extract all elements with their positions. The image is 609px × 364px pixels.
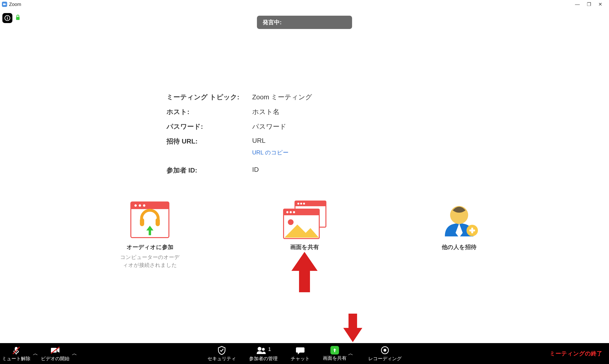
chat-label: チャット (291, 355, 310, 362)
security-button[interactable]: セキュリティ (208, 345, 236, 362)
svg-point-7 (134, 204, 137, 207)
zoom-app-icon (2, 2, 7, 7)
join-audio-label: オーディオに参加 (126, 243, 173, 251)
join-audio-sub: コンピューターのオーディオが接続されました (119, 253, 181, 269)
encryption-lock-icon[interactable] (15, 14, 20, 22)
svg-point-22 (288, 219, 293, 225)
audio-caret-icon[interactable]: ︿ (33, 350, 38, 357)
host-label: ホスト: (166, 107, 252, 117)
password-label: パスワード: (166, 122, 252, 131)
meeting-info-panel: ミーティング トピック: Zoom ミーティング ホスト: ホスト名 パスワード… (166, 93, 312, 181)
host-value: ホスト名 (252, 107, 279, 117)
svg-point-19 (286, 211, 289, 213)
password-value: パスワード (252, 122, 286, 131)
svg-point-16 (303, 203, 305, 205)
title-bar: Zoom — ❐ ✕ (0, 0, 609, 9)
invite-others-tile[interactable]: 他の人を招待 (428, 200, 490, 269)
svg-point-8 (139, 204, 141, 207)
copy-url-link[interactable]: URL のコピー (252, 149, 312, 156)
title-bar-left: Zoom (2, 2, 21, 7)
minimize-button[interactable]: — (575, 2, 580, 7)
maximize-button[interactable]: ❐ (587, 1, 591, 7)
invite-url-label: 招待 URL: (166, 137, 252, 146)
share-screen-label: 画面を共有 (323, 355, 346, 361)
top-left-icons (2, 13, 20, 23)
svg-point-21 (293, 211, 295, 213)
share-screen-toolbar-icon (331, 346, 339, 354)
manage-participants-button[interactable]: 1 参加者の管理 (249, 345, 278, 362)
annotation-arrow-up (291, 252, 318, 292)
svg-point-14 (297, 203, 299, 205)
meeting-topic-label: ミーティング トピック: (166, 93, 252, 102)
svg-point-33 (262, 348, 265, 351)
join-audio-tile[interactable]: オーディオに参加 コンピューターのオーディオが接続されました (119, 200, 181, 269)
meeting-topic-value: Zoom ミーティング (252, 93, 312, 102)
share-caret-icon[interactable]: ︿ (348, 350, 353, 357)
end-meeting-button[interactable]: ミーティングの終了 (550, 350, 607, 357)
meeting-info-icon[interactable] (2, 13, 12, 23)
record-label: レコーディング (368, 355, 401, 362)
share-screen-button[interactable]: 画面を共有 (323, 346, 346, 361)
close-button[interactable]: ✕ (598, 1, 602, 7)
participants-count: 1 (268, 346, 271, 352)
unmute-button[interactable]: ミュート解除 (2, 345, 30, 362)
svg-rect-0 (3, 4, 5, 5)
svg-point-15 (300, 203, 302, 205)
join-audio-icon (128, 200, 171, 240)
security-label: セキュリティ (208, 355, 236, 362)
annotation-arrow-down (343, 314, 362, 342)
invite-others-icon (439, 200, 479, 240)
invite-url-value: URL (252, 137, 265, 146)
meeting-toolbar: ミュート解除 ︿ ビデオの開始 ︿ セキュリティ 1 参加者の管理 チャット (0, 343, 609, 364)
participant-id-value: ID (252, 166, 259, 175)
svg-rect-10 (140, 218, 144, 226)
svg-point-9 (143, 204, 145, 207)
svg-point-2 (7, 16, 8, 17)
unmute-label: ミュート解除 (2, 355, 30, 362)
chat-button[interactable]: チャット (291, 345, 310, 362)
svg-rect-4 (16, 17, 20, 20)
window-controls: — ❐ ✕ (575, 1, 607, 7)
svg-rect-13 (295, 201, 326, 206)
svg-point-32 (258, 347, 262, 351)
svg-point-20 (290, 211, 292, 213)
svg-rect-3 (7, 18, 8, 20)
share-screen-tile-label: 画面を共有 (290, 243, 319, 251)
svg-point-35 (384, 349, 386, 352)
svg-rect-11 (156, 218, 160, 226)
video-caret-icon[interactable]: ︿ (72, 350, 77, 357)
speaking-label: 発言中: (263, 19, 282, 26)
speaking-indicator: 発言中: (257, 16, 352, 29)
app-title: Zoom (9, 2, 21, 7)
participant-id-label: 参加者 ID: (166, 166, 252, 175)
start-video-label: ビデオの開始 (41, 355, 69, 362)
invite-others-label: 他の人を招待 (442, 243, 476, 251)
share-screen-icon (281, 200, 328, 240)
svg-rect-26 (469, 230, 475, 231)
svg-rect-18 (284, 209, 319, 215)
start-video-button[interactable]: ビデオの開始 (41, 345, 69, 362)
record-button[interactable]: レコーディング (368, 345, 401, 362)
participants-label: 参加者の管理 (249, 355, 278, 362)
